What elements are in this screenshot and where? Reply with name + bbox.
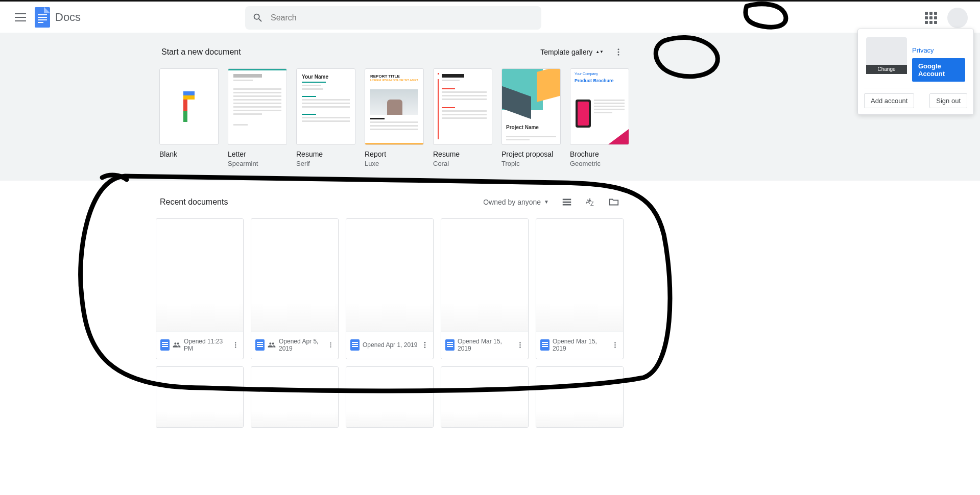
top-bar: Docs [0, 0, 980, 33]
doc-meta: Opened 11:23 PM [156, 331, 243, 359]
docs-file-icon [445, 339, 455, 351]
template-brochure-geometric[interactable]: Your Company Product Brochure Brochure G… [570, 68, 629, 167]
change-photo-button[interactable]: Change [866, 65, 907, 74]
thumb-heading: REPORT TITLE [370, 74, 418, 79]
search-input[interactable] [271, 13, 541, 22]
template-strip: Start a new document Template gallery ▲▼… [0, 33, 980, 181]
template-resume-serif[interactable]: Your Name Resume Serif [296, 68, 355, 167]
svg-text:Z: Z [590, 201, 594, 207]
thumb-heading: Product Brochure [575, 78, 614, 83]
docs-logo-icon [35, 7, 50, 28]
account-avatar-large[interactable]: Change [866, 37, 907, 74]
template-name: Project proposal [501, 150, 561, 159]
doc-more-button[interactable] [327, 341, 334, 349]
template-more-button[interactable] [614, 47, 623, 57]
thumb-heading: Project Name [506, 125, 539, 130]
doc-more-button[interactable] [232, 341, 239, 349]
doc-card[interactable]: Opened Mar 15, 2019 [536, 218, 624, 359]
template-name: Resume [296, 150, 355, 159]
account-popup: Change Privacy Google Account Add accoun… [857, 29, 974, 115]
list-icon [561, 196, 572, 208]
template-name: Letter [228, 150, 287, 159]
template-sub: Spearmint [228, 160, 287, 167]
recent-documents-section: Recent documents Owned by anyone ▼ AZ [156, 190, 622, 428]
doc-meta: Opened Mar 15, 2019 [536, 331, 623, 359]
template-name: Report [365, 150, 424, 159]
template-name: Resume [433, 150, 492, 159]
folder-icon [608, 196, 619, 208]
open-file-picker-button[interactable] [608, 196, 619, 208]
doc-opened-time: Opened Apr 5, 2019 [279, 338, 324, 352]
google-account-button[interactable]: Google Account [912, 58, 965, 82]
recent-documents-title: Recent documents [160, 197, 228, 207]
privacy-link[interactable]: Privacy [912, 46, 965, 54]
doc-more-button[interactable] [421, 341, 429, 349]
template-name: Blank [159, 150, 219, 159]
list-view-button[interactable] [561, 196, 572, 208]
doc-preview [251, 219, 338, 331]
doc-card[interactable]: Opened 11:23 PM [156, 218, 244, 359]
template-name: Brochure [570, 150, 629, 159]
search-box[interactable] [245, 6, 541, 30]
docs-file-icon [255, 339, 265, 351]
doc-more-button[interactable] [611, 341, 619, 349]
svg-point-8 [330, 342, 331, 343]
sign-out-button[interactable]: Sign out [929, 93, 967, 108]
account-avatar[interactable] [947, 8, 968, 28]
svg-point-18 [614, 344, 615, 345]
hamburger-icon [15, 13, 26, 21]
doc-preview [156, 367, 243, 427]
template-blank[interactable]: Blank [159, 68, 219, 167]
template-resume-coral[interactable]: Resume Coral [433, 68, 492, 167]
svg-point-7 [235, 346, 236, 348]
svg-point-14 [519, 342, 520, 343]
doc-opened-time: Opened Mar 15, 2019 [458, 338, 513, 352]
template-sub: Geometric [570, 160, 629, 167]
logo-block[interactable]: Docs [35, 7, 81, 28]
svg-point-13 [424, 347, 426, 349]
svg-point-11 [424, 342, 426, 343]
doc-more-button[interactable] [516, 341, 524, 349]
svg-point-9 [330, 344, 331, 345]
doc-card[interactable] [536, 366, 624, 428]
google-apps-button[interactable] [923, 10, 939, 26]
add-account-button[interactable]: Add account [864, 93, 914, 108]
search-icon [252, 12, 264, 23]
svg-point-15 [519, 344, 520, 345]
doc-card[interactable] [156, 366, 244, 428]
template-report-luxe[interactable]: REPORT TITLE LOREM IPSUM DOLOR SIT AMET … [365, 68, 424, 167]
doc-card[interactable] [251, 366, 339, 428]
thumb-heading: Your Name [302, 74, 350, 80]
doc-card[interactable] [441, 366, 529, 428]
docs-file-icon [350, 339, 360, 351]
svg-point-16 [519, 346, 520, 348]
docs-file-icon [160, 339, 170, 351]
sort-az-icon: AZ [585, 196, 596, 208]
doc-meta: Opened Mar 15, 2019 [441, 331, 528, 359]
svg-point-10 [330, 346, 331, 348]
sort-az-button[interactable]: AZ [585, 196, 596, 208]
ownership-filter-label: Owned by anyone [483, 198, 541, 206]
doc-card[interactable]: Opened Apr 5, 2019 [251, 218, 339, 359]
template-letter-spearmint[interactable]: Letter Spearmint [228, 68, 287, 167]
svg-point-2 [618, 54, 619, 56]
shared-icon [268, 341, 276, 349]
doc-meta: Opened Apr 5, 2019 [251, 331, 338, 359]
doc-opened-time: Opened Mar 15, 2019 [553, 338, 608, 352]
doc-preview [536, 367, 623, 427]
doc-preview [156, 219, 243, 331]
main-menu-button[interactable] [8, 5, 33, 30]
chevron-down-icon: ▼ [544, 199, 549, 205]
template-project-proposal-tropic[interactable]: Project Name Project proposal Tropic [501, 68, 561, 167]
svg-point-1 [618, 52, 619, 53]
template-sub: Serif [296, 160, 355, 167]
template-gallery-label: Template gallery [540, 48, 592, 56]
doc-card[interactable]: Opened Apr 1, 2019 [346, 218, 434, 359]
doc-preview [251, 367, 338, 427]
doc-card[interactable] [346, 366, 434, 428]
ownership-filter[interactable]: Owned by anyone ▼ [483, 198, 549, 206]
template-strip-title: Start a new document [161, 47, 241, 57]
doc-card[interactable]: Opened Mar 15, 2019 [441, 218, 529, 359]
template-gallery-link[interactable]: Template gallery ▲▼ [540, 48, 604, 56]
doc-preview [441, 219, 528, 331]
